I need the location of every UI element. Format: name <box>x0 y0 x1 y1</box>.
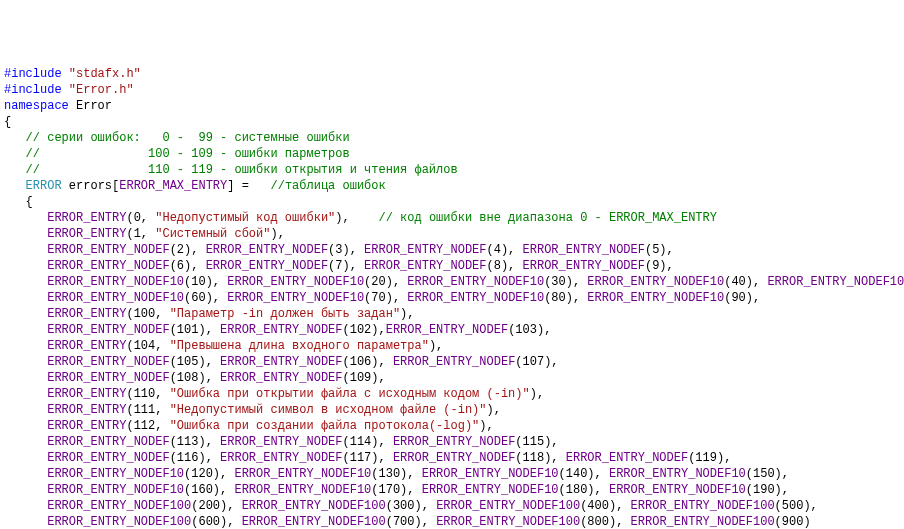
code-text: (1, <box>126 227 155 241</box>
include-directive: #include <box>4 67 69 81</box>
code-text: (6), <box>170 259 206 273</box>
macro: ERROR_ENTRY_NODEF10 <box>767 275 904 289</box>
code-text: (3), <box>328 243 364 257</box>
indent <box>4 275 47 289</box>
macro: ERROR_ENTRY <box>47 403 126 417</box>
brace-open: { <box>4 115 11 129</box>
indent <box>4 323 47 337</box>
include-directive: #include <box>4 83 69 97</box>
code-text: (70), <box>364 291 407 305</box>
code-text: (80), <box>544 291 587 305</box>
string-literal: "Системный сбой" <box>155 227 270 241</box>
macro: ERROR_ENTRY_NODEF <box>47 451 169 465</box>
code-text: (117), <box>342 451 392 465</box>
indent <box>4 483 47 497</box>
code-text: (107), <box>515 355 558 369</box>
code-text: (111, <box>126 403 169 417</box>
code-text: (112, <box>126 419 169 433</box>
code-text: (120), <box>184 467 234 481</box>
code-text: (5), <box>645 243 674 257</box>
macro: ERROR_ENTRY_NODEF <box>364 243 486 257</box>
comment: // серии ошибок: 0 - 99 - системные ошиб… <box>4 131 350 145</box>
macro: ERROR_ENTRY_NODEF100 <box>242 499 386 513</box>
keyword-namespace: namespace <box>4 99 69 113</box>
macro: ERROR_ENTRY_NODEF10 <box>587 275 724 289</box>
indent <box>4 419 47 433</box>
code-text: (40), <box>724 275 767 289</box>
code-text: (8), <box>487 259 523 273</box>
code-text: ), <box>400 307 414 321</box>
macro: ERROR_ENTRY_NODEF10 <box>407 291 544 305</box>
code-text: (140), <box>559 467 609 481</box>
code-text: (106), <box>342 355 392 369</box>
code-text: ), <box>530 387 544 401</box>
code-text: ), <box>335 211 378 225</box>
comment: // 110 - 119 - ошибки открытия и чтения … <box>4 163 458 177</box>
namespace-name: Error <box>69 99 112 113</box>
macro: ERROR_ENTRY_NODEF100 <box>47 499 191 513</box>
indent <box>4 291 47 305</box>
macro: ERROR_ENTRY_NODEF10 <box>422 483 559 497</box>
comment: //таблица ошибок <box>256 179 386 193</box>
code-text: (900) <box>775 515 811 529</box>
code-text: (20), <box>364 275 407 289</box>
macro: ERROR_ENTRY_NODEF100 <box>436 499 580 513</box>
macro: ERROR_ENTRY_NODEF <box>220 323 342 337</box>
macro: ERROR_ENTRY <box>47 307 126 321</box>
macro: ERROR_ENTRY_NODEF10 <box>407 275 544 289</box>
indent <box>4 387 47 401</box>
indent <box>4 499 47 513</box>
code-text: (600), <box>191 515 241 529</box>
code-text: (105), <box>170 355 220 369</box>
macro: ERROR_ENTRY_NODEF10 <box>47 291 184 305</box>
string-literal: "Ошибка при создании файла протокола(-lo… <box>170 419 480 433</box>
macro: ERROR_ENTRY_NODEF <box>206 243 328 257</box>
code-text: (800), <box>580 515 630 529</box>
macro: ERROR_ENTRY_NODEF10 <box>227 275 364 289</box>
macro: ERROR_ENTRY_NODEF <box>393 451 515 465</box>
macro: ERROR_ENTRY_NODEF10 <box>227 291 364 305</box>
macro: ERROR_ENTRY <box>47 339 126 353</box>
code-text: (180), <box>559 483 609 497</box>
indent <box>4 307 47 321</box>
code-text: (104, <box>126 339 169 353</box>
indent <box>4 211 47 225</box>
macro: ERROR_ENTRY_NODEF100 <box>47 515 191 529</box>
code-editor[interactable]: #include "stdafx.h" #include "Error.h" n… <box>4 66 900 529</box>
indent <box>4 339 47 353</box>
code-text: (114), <box>342 435 392 449</box>
macro: ERROR_ENTRY_NODEF <box>47 323 169 337</box>
code-text: (400), <box>580 499 630 513</box>
indent <box>4 467 47 481</box>
macro: ERROR_ENTRY_NODEF <box>523 243 645 257</box>
code-text: (102), <box>342 323 385 337</box>
macro: ERROR_ENTRY_NODEF100 <box>436 515 580 529</box>
code-text: (700), <box>386 515 436 529</box>
code-text: (109), <box>342 371 385 385</box>
code-text: (130), <box>371 467 421 481</box>
code-text: (170), <box>371 483 421 497</box>
macro: ERROR_ENTRY_NODEF10 <box>234 483 371 497</box>
code-text: (160), <box>184 483 234 497</box>
macro: ERROR_ENTRY_NODEF <box>220 451 342 465</box>
code-text: (101), <box>170 323 220 337</box>
macro: ERROR_ENTRY_NODEF <box>206 259 328 273</box>
macro: ERROR_ENTRY_NODEF <box>386 323 508 337</box>
code-text: (190), <box>746 483 789 497</box>
code-text: errors[ <box>62 179 120 193</box>
code-text: (100, <box>126 307 169 321</box>
indent <box>4 227 47 241</box>
macro: ERROR_ENTRY_NODEF <box>220 355 342 369</box>
macro: ERROR_ENTRY_NODEF10 <box>609 467 746 481</box>
macro: ERROR_ENTRY_NODEF <box>47 435 169 449</box>
type-name: ERROR <box>26 179 62 193</box>
macro: ERROR_ENTRY_NODEF100 <box>242 515 386 529</box>
code-text: (108), <box>170 371 220 385</box>
code-text: (115), <box>515 435 558 449</box>
code-text: (90), <box>724 291 760 305</box>
macro: ERROR_ENTRY_NODEF <box>47 243 169 257</box>
indent <box>4 451 47 465</box>
macro: ERROR_ENTRY <box>47 387 126 401</box>
macro: ERROR_ENTRY_NODEF <box>523 259 645 273</box>
string-literal: "Недопустимый код ошибки" <box>155 211 335 225</box>
